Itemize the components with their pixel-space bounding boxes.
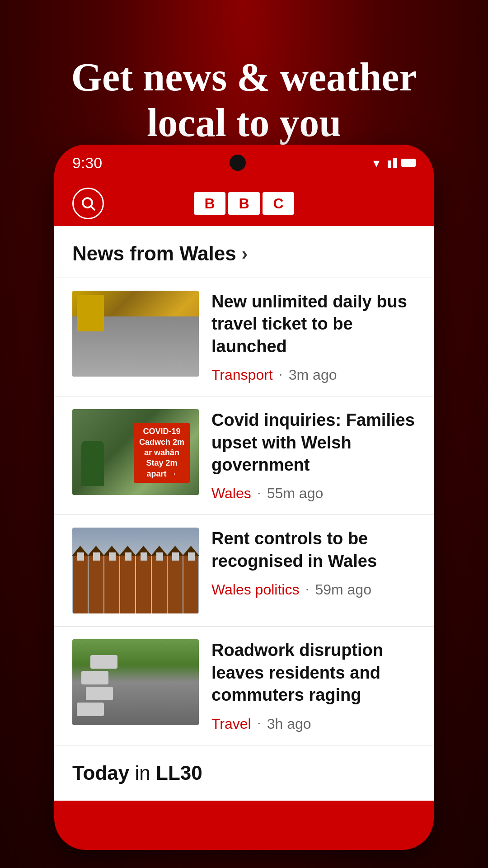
news-time-bus: 3m ago (289, 367, 337, 383)
section-header[interactable]: News from Wales › (54, 226, 434, 278)
news-time-roadwork: 3h ago (267, 716, 311, 732)
section-chevron: › (242, 244, 248, 264)
traffic-image-graphic (72, 639, 199, 725)
search-button[interactable] (72, 188, 104, 219)
news-image-bus (72, 291, 199, 377)
wifi-icon: ▾ (373, 156, 380, 170)
news-item-bus[interactable]: New unlimited daily bus travel ticket to… (54, 278, 434, 396)
news-meta-roadwork: Travel · 3h ago (211, 716, 416, 732)
news-text-roadwork: Roadwork disruption leaves residents and… (211, 639, 416, 732)
news-dot-bus: · (279, 368, 282, 382)
today-label: Today (72, 762, 129, 784)
status-time: 9:30 (72, 154, 102, 172)
news-title-roadwork: Roadwork disruption leaves residents and… (211, 639, 416, 706)
car-3 (81, 671, 108, 684)
camera-cutout (230, 155, 246, 171)
news-dot-roadwork: · (258, 717, 261, 731)
news-category-roadwork[interactable]: Travel (211, 716, 251, 732)
bus-image-graphic (72, 291, 199, 377)
today-location: LL30 (156, 762, 202, 784)
news-title-covid: Covid inquiries: Families upset with Wel… (211, 409, 416, 476)
news-text-rent: Rent controls to be recognised in Wales … (211, 528, 416, 598)
car-1 (77, 703, 104, 716)
news-image-rent (72, 528, 199, 613)
today-section: Today in LL30 (54, 745, 434, 801)
news-meta-covid: Wales · 55m ago (211, 485, 416, 502)
signal-icon (384, 158, 397, 168)
news-time-covid: 55m ago (267, 485, 324, 502)
bbc-logo: B B C (194, 192, 294, 215)
news-dot-covid: · (258, 486, 261, 501)
news-category-covid[interactable]: Wales (211, 485, 251, 502)
battery-icon (401, 159, 416, 167)
bbc-c: C (263, 192, 294, 215)
news-dot-rent: · (305, 583, 309, 597)
content-area: News from Wales › New unlimited daily bu… (54, 226, 434, 801)
status-icons: ▾ (373, 156, 416, 170)
news-time-rent: 59m ago (315, 581, 371, 598)
news-category-rent[interactable]: Wales politics (211, 581, 299, 598)
app-header: B B C (54, 181, 434, 226)
news-image-covid: COVID-19Cadwch 2mar wahânStay 2mapart → (72, 409, 199, 495)
status-bar: 9:30 ▾ (54, 145, 434, 181)
news-meta-bus: Transport · 3m ago (211, 367, 416, 383)
news-item-covid[interactable]: COVID-19Cadwch 2mar wahânStay 2mapart → … (54, 396, 434, 515)
news-text-bus: New unlimited daily bus travel ticket to… (211, 291, 416, 383)
bbc-b2: B (228, 192, 260, 215)
covid-image-graphic: COVID-19Cadwch 2mar wahânStay 2mapart → (72, 409, 199, 495)
svg-line-1 (91, 207, 95, 210)
covid-sign: COVID-19Cadwch 2mar wahânStay 2mapart → (134, 423, 190, 483)
news-image-roadwork (72, 639, 199, 725)
news-title-bus: New unlimited daily bus travel ticket to… (211, 291, 416, 358)
covid-person (81, 441, 104, 486)
news-category-bus[interactable]: Transport (211, 367, 273, 383)
news-title-rent: Rent controls to be recognised in Wales (211, 528, 416, 572)
today-in: in (135, 762, 156, 784)
news-item-rent[interactable]: Rent controls to be recognised in Wales … (54, 515, 434, 627)
today-text: Today in LL30 (72, 762, 416, 784)
section-title-text: News from Wales (72, 242, 236, 265)
news-text-covid: Covid inquiries: Families upset with Wel… (211, 409, 416, 502)
news-meta-rent: Wales politics · 59m ago (211, 581, 416, 598)
news-item-roadwork[interactable]: Roadwork disruption leaves residents and… (54, 627, 434, 745)
bbc-b1: B (194, 192, 225, 215)
hero-title: Get news & weather local to you (27, 54, 461, 146)
svg-point-0 (83, 198, 92, 208)
phone-mockup: 9:30 ▾ B B C News from Wales › (54, 145, 434, 850)
car-4 (90, 655, 117, 669)
car-2 (86, 687, 113, 700)
houses-image-graphic (72, 528, 199, 613)
